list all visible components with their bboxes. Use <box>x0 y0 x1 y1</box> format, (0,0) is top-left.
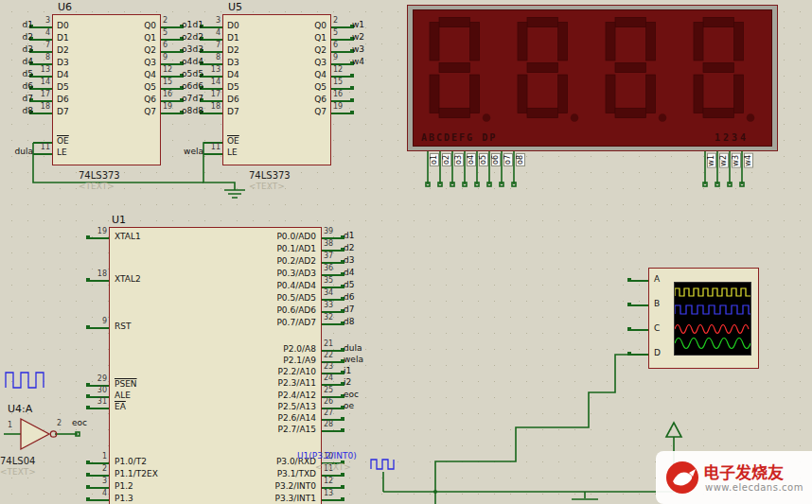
net-label[interactable]: d1 <box>5 21 33 29</box>
wire-terminal[interactable] <box>350 98 354 102</box>
latch-u6-74ls373[interactable]: U6 74LS373 <TEXT> 3d1D0Q02o14d2D1Q15o27d… <box>52 14 161 165</box>
net-label[interactable]: d3 <box>5 45 33 54</box>
voltage-probe-label[interactable]: U1(P3.2/INT0) <box>297 451 357 461</box>
net-label[interactable]: d3 <box>344 256 376 265</box>
wire-terminal[interactable] <box>86 461 90 464</box>
net-label[interactable]: d8 <box>5 107 33 115</box>
pin-name: P2.0/A8 <box>283 345 316 354</box>
wire-terminal[interactable] <box>350 86 354 90</box>
net-label[interactable]: d2 <box>175 33 203 42</box>
pin-number: 3 <box>35 17 50 25</box>
wire-terminal[interactable] <box>627 303 631 306</box>
net-label[interactable]: d6 <box>344 293 376 302</box>
wire-terminal[interactable] <box>627 352 631 356</box>
net-label[interactable]: o7 <box>503 153 513 166</box>
wire-terminal[interactable] <box>350 74 354 78</box>
pin-wire[interactable] <box>33 153 52 155</box>
net-label[interactable]: o4 <box>467 153 476 166</box>
inverter-symbol[interactable] <box>19 417 61 451</box>
net-label[interactable]: d7 <box>344 305 376 314</box>
net-label[interactable]: eoc <box>72 419 87 427</box>
net-label[interactable]: w2 <box>719 153 729 168</box>
wire-terminal[interactable] <box>627 327 631 331</box>
pin-wire[interactable] <box>90 499 109 501</box>
seven-seg-digit <box>689 15 755 125</box>
pin-wire[interactable] <box>203 113 222 114</box>
net-label[interactable]: i1 <box>344 367 376 375</box>
mcu-u1-8051[interactable]: U1 19XTAL118XTAL29RST29PSEN30ALE31EA1P1.… <box>109 227 322 504</box>
net-label[interactable]: d6 <box>175 82 203 91</box>
net-label[interactable]: d1 <box>175 21 203 29</box>
pin-wire[interactable] <box>322 323 341 325</box>
net-label[interactable]: dula <box>5 148 33 156</box>
net-label[interactable]: o1 <box>430 153 439 166</box>
wire-terminal[interactable] <box>86 485 90 489</box>
net-label[interactable]: d4 <box>5 58 33 66</box>
net-label[interactable]: d5 <box>175 70 203 78</box>
pin-wire[interactable] <box>631 280 648 282</box>
net-label[interactable]: w1 <box>352 21 384 29</box>
pin-wire[interactable] <box>322 499 341 501</box>
part-value: 74LS373 <box>79 171 120 181</box>
net-label[interactable]: o8 <box>516 153 525 166</box>
net-label[interactable]: w3 <box>352 45 384 54</box>
net-label[interactable]: d1 <box>344 232 376 240</box>
net-label[interactable]: d7 <box>175 95 203 103</box>
wire-terminal[interactable] <box>86 278 90 282</box>
net-label[interactable]: w4 <box>352 58 384 66</box>
net-label[interactable]: d2 <box>344 244 376 252</box>
latch-u5-74ls373[interactable]: U5 74LS373 <TEXT> 3d1D0Q02w14d2D1Q15w27d… <box>222 14 331 165</box>
net-label[interactable]: o2 <box>442 153 451 166</box>
net-label[interactable]: wela <box>344 356 376 364</box>
net-label[interactable]: wela <box>175 148 203 156</box>
net-label[interactable]: o6 <box>491 153 501 166</box>
net-label[interactable]: d5 <box>5 70 33 78</box>
net-label[interactable]: d4 <box>175 58 203 66</box>
net-label[interactable]: d2 <box>5 33 33 42</box>
net-label[interactable]: d3 <box>175 45 203 54</box>
pin-number: 21 <box>324 340 342 348</box>
pin-wire[interactable] <box>90 408 109 409</box>
net-label[interactable]: o3 <box>454 153 464 166</box>
pin-wire[interactable] <box>331 113 350 114</box>
wire-terminal[interactable] <box>341 485 344 489</box>
pin-wire[interactable] <box>90 280 109 282</box>
net-label[interactable]: d8 <box>344 318 376 326</box>
pin-wire[interactable] <box>90 327 109 329</box>
seven-segment-display[interactable]: ABCDEFG DP 1234 <box>407 5 778 151</box>
net-label[interactable]: w3 <box>732 153 741 168</box>
wire-terminal[interactable] <box>86 406 90 409</box>
net-label[interactable]: oe <box>344 402 376 410</box>
net-label[interactable]: d6 <box>5 82 33 91</box>
wire-terminal[interactable] <box>86 497 90 501</box>
pin-wire[interactable] <box>90 237 109 239</box>
wire-terminal[interactable] <box>341 473 344 477</box>
net-label[interactable]: w4 <box>744 153 753 168</box>
pin-number: 39 <box>324 228 342 235</box>
net-label[interactable]: d5 <box>344 281 376 289</box>
wire-terminal[interactable] <box>86 325 90 329</box>
wire-terminal[interactable] <box>341 497 344 501</box>
wire-terminal[interactable] <box>86 235 90 239</box>
pin-wire[interactable] <box>33 113 52 114</box>
net-label[interactable]: d4 <box>344 269 376 277</box>
wire-terminal[interactable] <box>341 428 344 432</box>
net-label[interactable]: d7 <box>5 95 33 103</box>
net-label[interactable]: i2 <box>344 378 376 387</box>
wire-terminal[interactable] <box>350 111 354 114</box>
net-label[interactable]: o5 <box>479 153 488 166</box>
net-label[interactable]: w1 <box>707 153 716 168</box>
net-label[interactable]: d8 <box>175 107 203 115</box>
net-label[interactable]: w2 <box>352 33 384 42</box>
pin-wire[interactable] <box>322 430 341 432</box>
net-label[interactable]: eoc <box>344 391 376 399</box>
net-label[interactable]: dula <box>344 344 376 353</box>
wire-terminal[interactable] <box>627 278 631 282</box>
pin-wire[interactable] <box>203 153 222 155</box>
pin-wire[interactable] <box>631 304 648 306</box>
oscilloscope[interactable]: ABCD <box>648 268 759 369</box>
pin-wire[interactable] <box>631 354 648 356</box>
pin-wire[interactable] <box>631 329 648 331</box>
wire-terminal[interactable] <box>86 473 90 477</box>
pin-number: 4 <box>35 29 50 37</box>
